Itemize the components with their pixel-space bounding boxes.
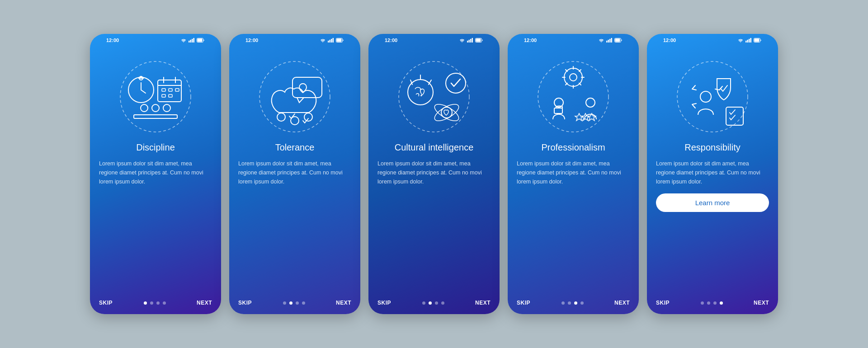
wifi-icon <box>598 38 604 42</box>
svg-rect-30 <box>467 41 468 42</box>
status-time: 12:00 <box>663 38 676 43</box>
svg-rect-55 <box>745 41 747 42</box>
wifi-icon <box>459 38 465 42</box>
bottom-nav-1: SKIP NEXT <box>90 300 221 314</box>
dot-2-2 <box>289 301 292 305</box>
screen-content: 12:00 <box>229 34 360 314</box>
next-button-5[interactable]: NEXT <box>754 300 769 306</box>
bottom-nav-5: SKIP NEXT <box>647 300 778 314</box>
next-button-4[interactable]: NEXT <box>614 300 630 306</box>
screen-body-cultural: Lorem ipsum dolor sit dim amet, mea regi… <box>377 159 491 186</box>
svg-rect-21 <box>331 39 332 42</box>
svg-point-16 <box>141 104 148 112</box>
dot-2-4 <box>302 301 305 305</box>
svg-rect-60 <box>755 39 760 42</box>
bottom-nav-4: SKIP NEXT <box>508 300 639 314</box>
professionalism-icon-area <box>528 49 618 140</box>
svg-point-51 <box>570 74 577 81</box>
next-button-3[interactable]: NEXT <box>475 300 491 306</box>
svg-rect-5 <box>198 39 203 42</box>
status-time: 12:00 <box>245 38 258 43</box>
svg-rect-15 <box>134 115 177 118</box>
status-bar: 12:00 <box>238 34 351 45</box>
svg-rect-24 <box>337 39 342 42</box>
dot-3-2 <box>429 301 432 305</box>
dot-2-3 <box>296 301 299 305</box>
cultural-icon-area <box>389 49 479 140</box>
nav-dots-2 <box>283 301 305 305</box>
svg-rect-1 <box>190 40 192 42</box>
learn-more-button[interactable]: Learn more <box>656 193 769 212</box>
screen-body-discipline: Lorem ipsum dolor sit dim amet, mea regi… <box>99 159 212 186</box>
screen-title-professionalism: Professionalism <box>541 142 605 153</box>
signal-icon <box>745 38 752 42</box>
bottom-nav-2: SKIP NEXT <box>229 300 360 314</box>
nav-dots-3 <box>422 301 444 305</box>
dot-4-1 <box>561 301 565 305</box>
screen-body-tolerance: Lorem ipsum dolor sit dim amet, mea regi… <box>238 159 351 186</box>
skip-button-1[interactable]: SKIP <box>99 300 113 306</box>
dot-5-3 <box>713 301 717 305</box>
dot-4-4 <box>580 301 584 305</box>
skip-button-3[interactable]: SKIP <box>377 300 391 306</box>
phone-screen-tolerance: 12:00 <box>229 34 360 314</box>
svg-rect-22 <box>333 38 334 42</box>
skip-button-4[interactable]: SKIP <box>517 300 530 306</box>
dot-4-2 <box>568 301 571 305</box>
dot-1-4 <box>163 301 166 305</box>
svg-rect-0 <box>189 41 190 42</box>
svg-rect-46 <box>611 38 613 42</box>
phone-screen-professionalism: 12:00 <box>508 34 639 314</box>
next-button-2[interactable]: NEXT <box>336 300 351 306</box>
phone-screen-responsibility: 12:00 <box>647 34 778 314</box>
dot-1-2 <box>150 301 153 305</box>
screen-content: 12:00 <box>368 34 500 314</box>
nav-dots-5 <box>701 301 723 305</box>
svg-point-29 <box>304 113 312 121</box>
dot-4-3 <box>574 301 577 305</box>
status-bar: 12:00 <box>377 34 491 45</box>
phone-screen-discipline: 12:00 <box>90 34 221 314</box>
wifi-icon <box>737 38 744 42</box>
screen-title-tolerance: Tolerance <box>275 142 315 153</box>
signal-icon <box>467 38 473 42</box>
screen-title-cultural: Cultural intelligence <box>395 142 474 153</box>
screen-content: 12:00 <box>90 34 221 314</box>
dot-5-2 <box>707 301 710 305</box>
svg-point-61 <box>677 61 748 132</box>
svg-rect-12 <box>175 89 179 91</box>
svg-point-17 <box>152 104 159 112</box>
screen-content: 12:00 <box>647 34 778 314</box>
svg-point-54 <box>586 98 595 107</box>
skip-button-5[interactable]: SKIP <box>656 300 670 306</box>
svg-rect-31 <box>469 40 470 42</box>
next-button-1[interactable]: NEXT <box>197 300 212 306</box>
tolerance-icon-area <box>250 49 340 140</box>
dot-3-3 <box>435 301 438 305</box>
responsibility-icon-area <box>667 49 758 140</box>
status-bar: 12:00 <box>99 34 212 45</box>
dot-5-4 <box>720 301 723 305</box>
svg-rect-3 <box>193 38 195 42</box>
svg-rect-45 <box>609 39 611 42</box>
status-icons <box>737 38 762 42</box>
svg-rect-32 <box>470 39 472 42</box>
wifi-icon <box>320 38 326 42</box>
dot-2-1 <box>283 301 286 305</box>
screen-title-responsibility: Responsibility <box>684 142 740 153</box>
svg-rect-10 <box>162 89 165 91</box>
status-icons <box>598 38 623 42</box>
skip-button-2[interactable]: SKIP <box>238 300 252 306</box>
status-time: 12:00 <box>385 38 397 43</box>
discipline-icon-area <box>110 49 201 140</box>
svg-rect-11 <box>169 89 172 91</box>
nav-dots-4 <box>561 301 584 305</box>
status-bar: 12:00 <box>656 34 769 45</box>
svg-point-27 <box>277 113 285 121</box>
signal-icon <box>328 38 334 42</box>
svg-point-62 <box>700 91 711 102</box>
svg-rect-33 <box>472 38 473 42</box>
screens-container: 12:00 <box>90 34 778 314</box>
battery-icon <box>336 38 344 42</box>
svg-rect-56 <box>747 40 749 42</box>
